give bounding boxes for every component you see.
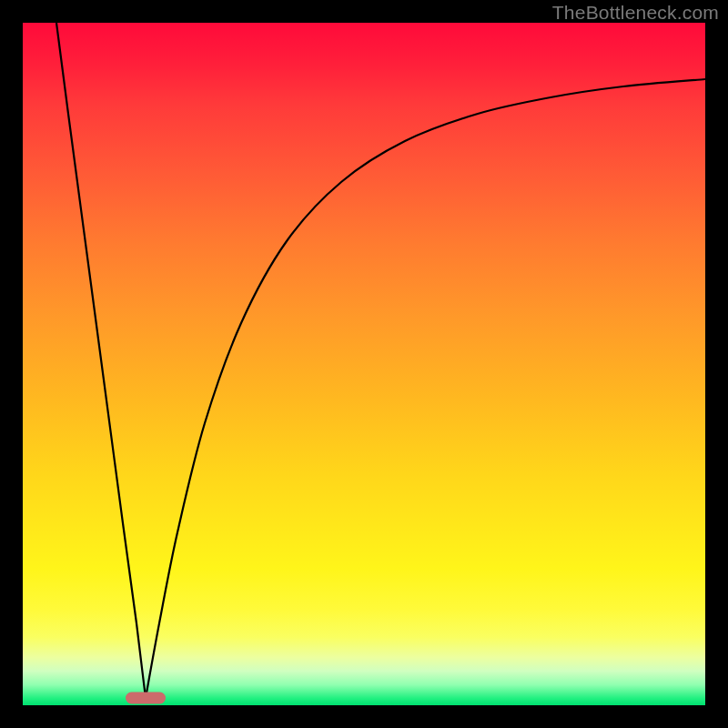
watermark-text: TheBottleneck.com — [552, 2, 719, 24]
minimum-marker — [126, 693, 166, 704]
plot-area — [23, 23, 705, 705]
bottleneck-curve — [23, 23, 705, 705]
chart-frame: TheBottleneck.com — [0, 0, 728, 728]
